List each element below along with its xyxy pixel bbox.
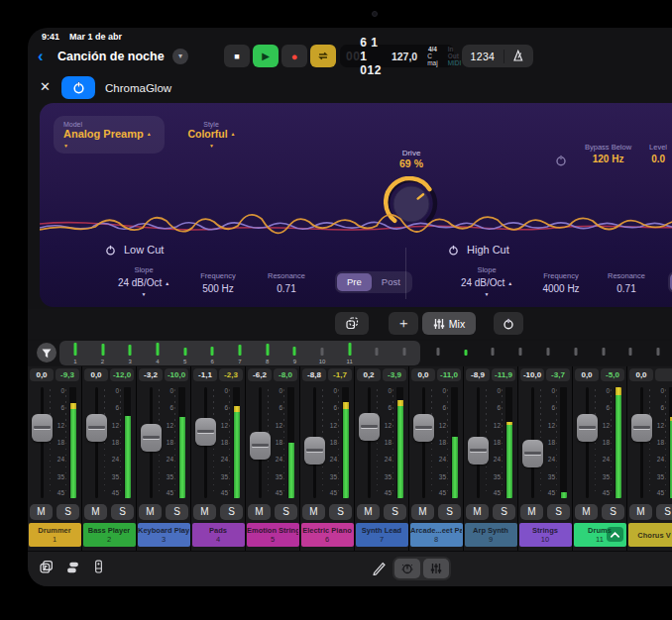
fader-cap[interactable] xyxy=(304,437,325,465)
fader-track[interactable] xyxy=(640,387,643,498)
metronome-icon[interactable] xyxy=(512,50,524,62)
stop-button[interactable]: ■ xyxy=(224,45,250,67)
volume-value[interactable]: 0,0 xyxy=(84,368,108,381)
mute-button[interactable]: M xyxy=(629,504,652,520)
overview-channel-tick[interactable] xyxy=(480,341,507,365)
bypass-power-icon[interactable] xyxy=(555,155,567,166)
fader-cap[interactable] xyxy=(32,414,53,442)
channel-name-chip[interactable]: Chorus V xyxy=(628,523,672,547)
fader-cap[interactable] xyxy=(413,414,434,442)
solo-button[interactable]: S xyxy=(166,504,188,520)
solo-button[interactable]: S xyxy=(275,504,297,520)
title-chevron-down-icon[interactable]: ▾ xyxy=(172,49,188,64)
overview-channel-tick[interactable]: 9 xyxy=(281,341,309,365)
overview-channel-tick[interactable]: 5 xyxy=(171,341,199,365)
fader-cap[interactable] xyxy=(141,424,162,452)
mute-button[interactable]: M xyxy=(411,504,434,520)
level-field[interactable]: Level 0.0 xyxy=(649,143,667,164)
model-select[interactable]: Model Analog Preamp ▲▼ xyxy=(54,116,165,154)
solo-button[interactable]: S xyxy=(384,504,406,520)
channel-name-chip[interactable]: Electric Piano6 xyxy=(301,523,354,547)
cycle-button[interactable] xyxy=(310,45,336,67)
overview-channel-tick[interactable] xyxy=(590,341,617,365)
fader-track[interactable] xyxy=(368,387,371,498)
close-icon[interactable]: ✕ xyxy=(40,79,51,94)
mute-button[interactable]: M xyxy=(30,504,53,520)
mixer-power-button[interactable] xyxy=(494,312,523,335)
solo-button[interactable]: S xyxy=(602,504,624,520)
solo-button[interactable]: S xyxy=(220,504,243,520)
overview-channel-tick[interactable]: 2 xyxy=(89,341,117,365)
fader-cap[interactable] xyxy=(468,437,489,465)
overview-channel-tick[interactable]: 3 xyxy=(116,341,144,365)
fader-track[interactable] xyxy=(422,387,425,498)
bypass-below-field[interactable]: Bypass Below 120 Hz xyxy=(585,143,631,164)
count-in-button[interactable]: 1234 xyxy=(471,51,496,62)
expand-button[interactable] xyxy=(607,527,623,542)
volume-value[interactable]: -8,9 xyxy=(466,368,490,381)
low-cut-power-icon[interactable] xyxy=(105,245,116,256)
channel-name-chip[interactable]: Arp Synth9 xyxy=(465,523,517,547)
overview-channel-tick[interactable] xyxy=(391,341,418,365)
lcd-display[interactable]: 00 6 1 1 012 127,0 4/4 C maj In Out MIDI xyxy=(340,45,454,67)
solo-button[interactable]: S xyxy=(438,504,461,520)
fader-cap[interactable] xyxy=(522,440,543,467)
filter-button[interactable] xyxy=(37,343,56,362)
solo-button[interactable]: S xyxy=(111,504,134,520)
overview-channel-tick[interactable] xyxy=(644,341,672,365)
solo-button[interactable]: S xyxy=(329,504,352,520)
controls-view-button[interactable] xyxy=(394,559,420,578)
channel-name-chip[interactable]: Emotion Strings5 xyxy=(247,523,299,547)
volume-value[interactable]: 0,2 xyxy=(357,368,381,381)
pencil-icon[interactable] xyxy=(373,561,387,575)
channel-name-chip[interactable]: Bass Player2 xyxy=(83,523,136,547)
overview-channel-tick[interactable]: 10 xyxy=(308,341,336,365)
high-cut-power-icon[interactable] xyxy=(448,245,459,256)
mix-button[interactable]: Mix xyxy=(422,312,476,335)
overview-channel-tick[interactable] xyxy=(452,341,480,365)
song-title[interactable]: Canción de noche xyxy=(57,50,165,63)
mute-button[interactable]: M xyxy=(520,504,543,520)
fader-cap[interactable] xyxy=(577,414,598,442)
mute-button[interactable]: M xyxy=(139,504,162,520)
channel-name-chip[interactable]: Pads4 xyxy=(192,523,245,547)
record-button[interactable]: ● xyxy=(281,45,307,67)
style-select[interactable]: Style Colorful ▲▼ xyxy=(167,121,256,152)
mute-button[interactable]: M xyxy=(575,504,598,520)
fader-cap[interactable] xyxy=(195,418,216,446)
mute-button[interactable]: M xyxy=(302,504,325,520)
channel-name-chip[interactable]: Drums11 xyxy=(574,523,626,547)
overview-channel-tick[interactable]: 6 xyxy=(198,341,226,365)
volume-value[interactable]: -10,0 xyxy=(520,368,544,381)
solo-button[interactable]: S xyxy=(547,504,570,520)
solo-button[interactable]: S xyxy=(56,504,79,520)
volume-value[interactable]: -3,2 xyxy=(139,368,163,381)
solo-button[interactable]: S xyxy=(656,504,672,520)
fader-cap[interactable] xyxy=(359,413,380,441)
volume-value[interactable]: -6,2 xyxy=(248,368,272,381)
back-chevron-icon[interactable]: ‹ xyxy=(38,45,44,68)
overview-channel-tick[interactable] xyxy=(506,341,534,365)
overview-channel-tick[interactable]: 8 xyxy=(254,341,281,365)
overview-channel-tick[interactable] xyxy=(616,341,644,365)
volume-value[interactable]: 0,0 xyxy=(629,368,653,381)
pre-option[interactable]: Pre xyxy=(337,273,372,291)
mute-button[interactable]: M xyxy=(84,504,107,520)
channel-name-chip[interactable]: Keyboard Player3 xyxy=(138,523,190,547)
overview-channel-tick[interactable]: 4 xyxy=(144,341,171,365)
post-option[interactable]: Post xyxy=(372,273,410,291)
channel-name-chip[interactable]: Strings10 xyxy=(519,523,572,547)
fader-track[interactable] xyxy=(586,387,589,498)
high-cut-slope[interactable]: Slope 24 dB/Oct ▲▼ xyxy=(448,265,525,299)
add-button[interactable]: ＋ xyxy=(389,312,418,335)
play-button[interactable]: ▶ xyxy=(253,45,279,67)
high-cut-frequency[interactable]: Frequency 4000 Hz xyxy=(525,271,597,294)
low-cut-frequency[interactable]: Frequency 500 Hz xyxy=(182,271,254,294)
volume-value[interactable]: 0,0 xyxy=(575,368,599,381)
overview-channel-tick[interactable] xyxy=(562,341,590,365)
fader-cap[interactable] xyxy=(86,414,107,442)
fader-track[interactable] xyxy=(41,387,44,498)
volume-value[interactable]: 0,0 xyxy=(411,368,435,381)
overview-channel-tick[interactable]: 11 xyxy=(336,341,364,365)
faders-view-button[interactable] xyxy=(423,559,449,578)
